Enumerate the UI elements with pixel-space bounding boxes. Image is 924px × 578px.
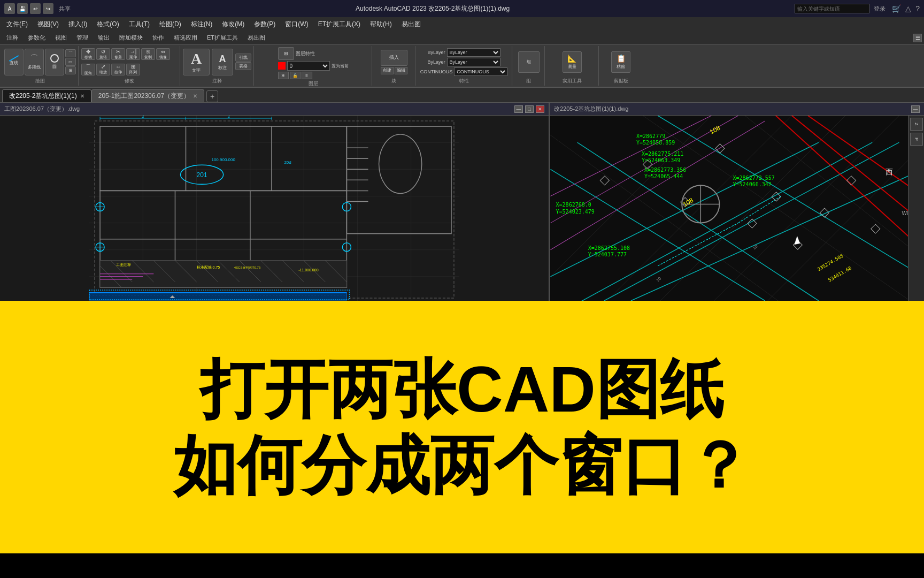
tab-0[interactable]: 改2205-2基坑总图(1)(1) ✕ bbox=[2, 89, 91, 102]
group-controls: 组 bbox=[518, 47, 540, 77]
rotate-btn[interactable]: ↺旋转 bbox=[96, 48, 110, 60]
menu-help[interactable]: 帮助(H) bbox=[366, 19, 396, 30]
circle-tool-btn[interactable]: 圆 bbox=[45, 49, 64, 75]
share-label[interactable]: 共享 bbox=[59, 5, 71, 13]
continuous-select[interactable]: CONTINUOUS bbox=[454, 67, 507, 76]
left-drawing-canvas[interactable]: 201 2 2 20d 100.900.000 工图注释 标准配筋 0.75 4… bbox=[0, 116, 549, 301]
right-side-panel: Z P bbox=[908, 116, 924, 301]
edit-block-btn[interactable]: 编辑 bbox=[395, 67, 407, 74]
layer-freeze-btn[interactable]: ❄ bbox=[278, 72, 289, 79]
extend-btn[interactable]: →|延伸 bbox=[126, 48, 140, 60]
create-block-btn[interactable]: 创建 bbox=[381, 67, 394, 74]
menu-format[interactable]: 格式(O) bbox=[93, 19, 123, 30]
svg-rect-61 bbox=[89, 293, 346, 300]
leader-btn[interactable]: 引线 bbox=[235, 54, 251, 62]
line-tool-btn[interactable]: 直线 bbox=[4, 49, 24, 75]
menu-view[interactable]: 视图(V) bbox=[33, 19, 63, 30]
tab-0-close[interactable]: ✕ bbox=[80, 93, 84, 99]
menu-modify[interactable]: 修改(M) bbox=[218, 19, 249, 30]
svg-rect-74 bbox=[550, 116, 923, 301]
scale-btn[interactable]: ⤢缩放 bbox=[96, 64, 110, 75]
quick-access-bar: 注释 参数化 视图 管理 输出 附加模块 协作 精选应用 ET扩展工具 易出图 … bbox=[0, 31, 924, 45]
mirror-btn[interactable]: ⇔镜像 bbox=[156, 48, 170, 60]
menu-draw[interactable]: 绘图(D) bbox=[155, 19, 186, 30]
tab-0-label: 改2205-2基坑总图(1)(1) bbox=[9, 92, 77, 101]
layer-lock-btn[interactable]: 🔒 bbox=[290, 72, 301, 79]
panel-zoom-btn[interactable]: Z bbox=[910, 118, 923, 131]
menu-window[interactable]: 窗口(W) bbox=[281, 19, 312, 30]
move-btn[interactable]: ✥移动 bbox=[81, 48, 95, 60]
user-label[interactable]: 登录 bbox=[874, 5, 886, 13]
qa-params[interactable]: 参数化 bbox=[24, 33, 50, 43]
rect-tool-btn[interactable]: ▭ bbox=[65, 58, 76, 66]
undo-icon[interactable]: ↩ bbox=[30, 3, 41, 14]
array-btn[interactable]: ⊞阵列 bbox=[126, 64, 140, 75]
panel-pan-btn[interactable]: P bbox=[910, 133, 923, 146]
color-select[interactable]: ByLayer bbox=[447, 48, 500, 57]
qa-view[interactable]: 视图 bbox=[51, 33, 71, 43]
tab-1-close[interactable]: ✕ bbox=[193, 93, 197, 99]
toolbar-options-icon[interactable]: ☰ bbox=[913, 34, 922, 42]
mark-tool-btn[interactable]: A 标注 bbox=[212, 49, 233, 75]
arc-tool-btn[interactable]: ⌒ bbox=[65, 49, 76, 57]
title-left-icons: A 💾 ↩ ↪ 共享 bbox=[4, 3, 71, 14]
right-drawing-canvas[interactable]: X=2862779. Y=524058.859 X=2862775.211 Y=… bbox=[550, 116, 924, 301]
text-tool-btn[interactable]: A 文字 bbox=[183, 49, 210, 75]
save-icon[interactable]: 💾 bbox=[17, 3, 28, 14]
help-icon[interactable]: ? bbox=[915, 4, 920, 13]
fillet-btn[interactable]: ⌒圆角 bbox=[81, 64, 95, 75]
left-win-min[interactable]: — bbox=[514, 105, 523, 113]
table-btn[interactable]: 表格 bbox=[235, 62, 251, 70]
paste-btn[interactable]: 📋 粘贴 bbox=[611, 51, 630, 73]
qa-output[interactable]: 输出 bbox=[94, 33, 114, 43]
menu-insert[interactable]: 插入(I) bbox=[64, 19, 91, 30]
search-input[interactable] bbox=[795, 4, 869, 13]
qa-featured[interactable]: 精选应用 bbox=[170, 33, 202, 43]
svg-text:西: 西 bbox=[886, 168, 893, 176]
stretch-btn[interactable]: ↔拉伸 bbox=[111, 64, 125, 75]
qa-addons[interactable]: 附加模块 bbox=[115, 33, 147, 43]
svg-text:工图注释: 工图注释 bbox=[116, 263, 131, 267]
qa-collab[interactable]: 协作 bbox=[148, 33, 168, 43]
left-window-controls: — □ ✕ bbox=[513, 105, 544, 113]
menu-easymap[interactable]: 易出图 bbox=[397, 19, 425, 30]
cart-icon[interactable]: 🛒 bbox=[892, 4, 901, 13]
extra-draw-btns: ⌒ ▭ ⊞ bbox=[65, 49, 76, 74]
group-btn[interactable]: 组 bbox=[518, 51, 540, 73]
qa-easymap[interactable]: 易出图 bbox=[243, 33, 270, 43]
svg-text:Y=524063.349: Y=524063.349 bbox=[642, 157, 680, 163]
menu-annotate[interactable]: 标注(N) bbox=[187, 19, 217, 30]
svg-text:标准配筋 0.75: 标准配筋 0.75 bbox=[196, 265, 220, 269]
window-title: Autodesk AutoCAD 2023 改2205-2基坑总图(1)(1).… bbox=[71, 4, 795, 13]
layer-props-btn[interactable]: ⊞ bbox=[278, 47, 294, 60]
modify-buttons: ✥移动 ↺旋转 ✂修剪 →|延伸 ⎘复制 ⇔镜像 ⌒圆角 ⤢缩放 bbox=[81, 47, 178, 77]
tab-add-btn[interactable]: + bbox=[206, 90, 218, 102]
redo-icon[interactable]: ↪ bbox=[43, 3, 53, 14]
left-win-restore[interactable]: □ bbox=[525, 105, 534, 113]
annotation-buttons: A 文字 A 标注 引线 表格 bbox=[183, 47, 251, 77]
layer-dropdown-row: 0 置为当前 bbox=[278, 61, 349, 71]
menu-params[interactable]: 参数(P) bbox=[250, 19, 280, 30]
right-win-min[interactable]: — bbox=[911, 105, 920, 113]
menu-tools[interactable]: 工具(T) bbox=[125, 19, 154, 30]
qa-annotate[interactable]: 注释 bbox=[2, 33, 22, 43]
alerts-icon[interactable]: △ bbox=[905, 4, 911, 13]
tab-1[interactable]: 205-1施工图202306.07（变更） ✕ bbox=[91, 89, 204, 102]
qa-manage[interactable]: 管理 bbox=[72, 33, 93, 43]
layer-select[interactable]: 0 bbox=[287, 61, 330, 71]
menu-file[interactable]: 文件(E) bbox=[2, 19, 32, 30]
measure-btn[interactable]: 📐 测量 bbox=[563, 51, 582, 73]
insert-block-btn[interactable]: 插入 bbox=[381, 50, 407, 66]
hatch-tool-btn[interactable]: ⊞ bbox=[65, 66, 76, 74]
linetype-select[interactable]: ByLayer bbox=[447, 58, 500, 66]
clipboard-controls: 📋 粘贴 bbox=[611, 47, 630, 77]
copy-btn[interactable]: ⎘复制 bbox=[141, 48, 155, 60]
qa-et[interactable]: ET扩展工具 bbox=[203, 33, 242, 43]
set-current-btn[interactable]: 置为当前 bbox=[332, 63, 349, 69]
layer-match-btn[interactable]: ≡ bbox=[302, 72, 312, 79]
polyline-tool-btn[interactable]: ⌒ 多段线 bbox=[25, 49, 44, 75]
trim-btn[interactable]: ✂修剪 bbox=[111, 48, 125, 60]
utilities-label: 实用工具 bbox=[563, 78, 582, 85]
menu-et[interactable]: ET扩展工具(X) bbox=[314, 19, 365, 30]
left-win-close[interactable]: ✕ bbox=[536, 105, 544, 113]
